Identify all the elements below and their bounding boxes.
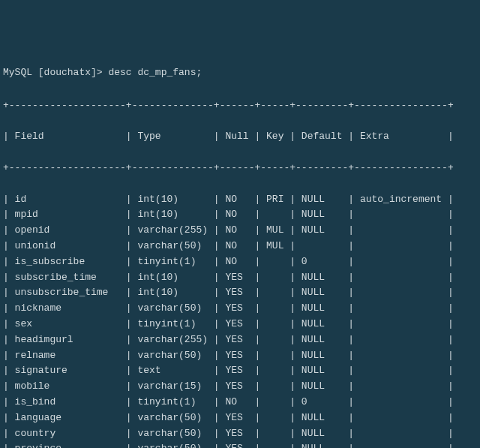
table-row: | signature | text | YES | | NULL | | [3, 363, 480, 379]
table-row: | country | varchar(50) | YES | | NULL |… [3, 426, 480, 442]
table-row: | unsubscribe_time | int(10) | YES | | N… [3, 285, 480, 301]
table-row: | id | int(10) | NO | PRI | NULL | auto_… [3, 192, 480, 208]
table-row: | nickname | varchar(50) | YES | | NULL … [3, 301, 480, 317]
table-row: | province | varchar(50) | YES | | NULL … [3, 441, 480, 448]
table-border-mid: +--------------------+--------------+---… [3, 161, 480, 176]
prompt-command: desc dc_mp_fans; [108, 67, 202, 78]
table-row: | is_subscribe | tinyint(1) | NO | | 0 |… [3, 254, 480, 270]
table-row: | mpid | int(10) | NO | | NULL | | [3, 207, 480, 223]
table-row: | relname | varchar(50) | YES | | NULL |… [3, 348, 480, 364]
table-row: | openid | varchar(255) | NO | MUL | NUL… [3, 223, 480, 239]
table-row: | sex | tinyint(1) | YES | | NULL | | [3, 317, 480, 332]
prompt-prefix: MySQL [douchatx]> [3, 67, 108, 78]
table-border-top: +--------------------+--------------+---… [3, 98, 480, 114]
table-row: | is_bind | tinyint(1) | NO | | 0 | | [3, 395, 480, 410]
mysql-prompt: MySQL [douchatx]> desc dc_mp_fans; [3, 65, 480, 81]
table-row: | unionid | varchar(50) | NO | MUL | | | [3, 239, 480, 254]
table-header-row: | Field | Type | Null | Key | Default | … [3, 129, 480, 145]
table-row: | headimgurl | varchar(255) | YES | | NU… [3, 332, 480, 348]
table-row: | language | varchar(50) | YES | | NULL … [3, 410, 480, 426]
table-row: | mobile | varchar(15) | YES | | NULL | … [3, 379, 480, 395]
table-body: | id | int(10) | NO | PRI | NULL | auto_… [3, 192, 480, 448]
table-row: | subscribe_time | int(10) | YES | | NUL… [3, 270, 480, 286]
